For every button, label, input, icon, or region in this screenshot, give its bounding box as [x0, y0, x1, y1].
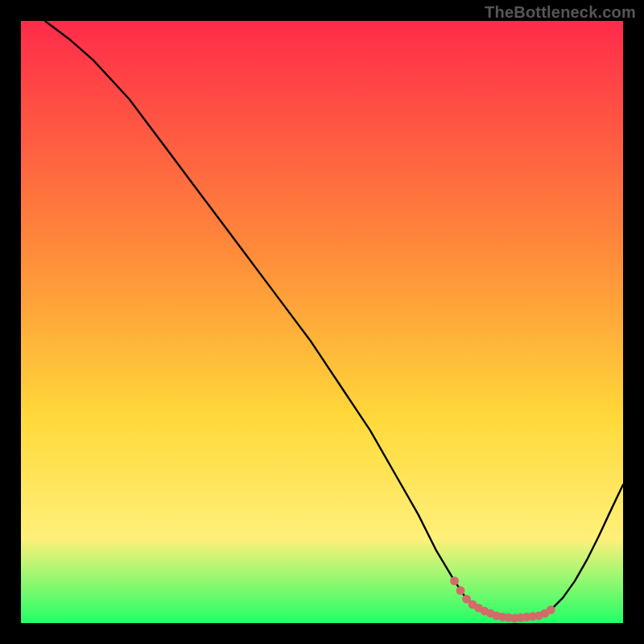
gradient-background: [21, 21, 623, 623]
chart-stage: TheBottleneck.com: [0, 0, 644, 644]
marker-dot: [456, 586, 465, 595]
plot-area: [21, 21, 623, 623]
plot-svg: [21, 21, 623, 623]
attribution-label: TheBottleneck.com: [485, 3, 636, 22]
marker-dot: [450, 576, 459, 585]
marker-dot: [547, 605, 555, 614]
